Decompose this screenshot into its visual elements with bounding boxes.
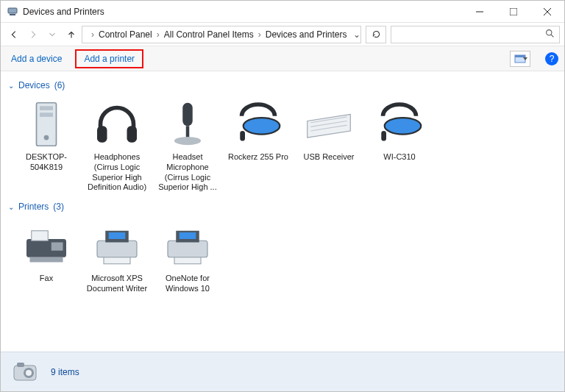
nav-row: › Control Panel › All Control Panel Item…: [1, 23, 564, 46]
breadcrumb-sep: ›: [90, 29, 96, 40]
chevron-down-icon: ⌄: [8, 203, 14, 211]
printer-label: OneNote for Windows 10: [154, 274, 221, 294]
help-glyph: ?: [550, 54, 555, 64]
content-area: ⌄ Devices (6) DESKTOP-504K819 Headphones…: [1, 71, 564, 352]
printer-xps[interactable]: Microsoft XPS Document Writer: [82, 215, 152, 299]
devices-grid: DESKTOP-504K819 Headphones (Cirrus Logic…: [7, 93, 558, 197]
address-dropdown[interactable]: ⌄: [350, 29, 363, 40]
bluetooth-headset-icon: [232, 98, 285, 151]
device-usb-receiver[interactable]: USB Receiver: [294, 93, 364, 197]
device-wi-c310[interactable]: WI-C310: [364, 93, 435, 197]
svg-rect-29: [109, 232, 126, 239]
svg-rect-15: [186, 126, 190, 138]
title-bar: Devices and Printers: [1, 1, 564, 23]
recent-button[interactable]: [43, 26, 61, 43]
svg-rect-22: [381, 131, 386, 141]
status-bar: 9 items: [1, 352, 564, 391]
view-options-button[interactable]: [510, 51, 530, 67]
minimize-button[interactable]: [463, 1, 497, 23]
svg-rect-31: [168, 240, 207, 257]
svg-point-11: [44, 135, 49, 140]
svg-point-5: [547, 29, 552, 35]
device-label: Headset Microphone (Cirrus Logic Superio…: [154, 152, 221, 193]
svg-rect-1: [10, 14, 15, 15]
svg-point-16: [174, 137, 201, 145]
breadcrumb-all-items[interactable]: All Control Panel Items: [163, 29, 255, 40]
device-label: Rockerz 255 Pro: [228, 152, 288, 163]
breadcrumb-control-panel[interactable]: Control Panel: [97, 29, 154, 40]
printer-label: Fax: [40, 274, 53, 284]
device-label: DESKTOP-504K819: [13, 152, 80, 173]
svg-rect-2: [510, 8, 517, 15]
group-count: (3): [53, 202, 64, 212]
svg-rect-33: [180, 232, 196, 239]
device-label: WI-C310: [383, 152, 415, 163]
svg-rect-30: [104, 257, 130, 264]
group-count: (6): [54, 80, 65, 90]
device-label: USB Receiver: [303, 152, 354, 163]
svg-rect-24: [32, 231, 49, 241]
add-device-link[interactable]: Add a device: [7, 51, 66, 67]
svg-rect-38: [17, 363, 24, 367]
app-icon: [7, 6, 18, 18]
help-button[interactable]: ?: [545, 52, 558, 65]
device-headphones[interactable]: Headphones (Cirrus Logic Superior High D…: [82, 93, 152, 197]
maximize-button[interactable]: [497, 1, 530, 23]
close-button[interactable]: [530, 1, 564, 23]
device-label: Headphones (Cirrus Logic Superior High D…: [83, 152, 151, 193]
svg-rect-10: [40, 113, 53, 117]
svg-rect-0: [8, 8, 17, 13]
back-button[interactable]: [5, 26, 23, 43]
refresh-button[interactable]: [366, 26, 386, 43]
breadcrumb-devices-printers[interactable]: Devices and Printers: [264, 29, 349, 40]
group-header-printers[interactable]: ⌄ Printers (3): [7, 197, 558, 215]
forward-button[interactable]: [24, 26, 42, 43]
svg-point-37: [26, 370, 32, 376]
printer-icon: [161, 219, 214, 272]
breadcrumb-sep: ›: [155, 29, 161, 40]
bluetooth-headset-icon: [373, 98, 426, 151]
device-desktop[interactable]: DESKTOP-504K819: [11, 93, 82, 197]
up-button[interactable]: [63, 26, 80, 43]
keyboard-icon: [302, 98, 355, 151]
command-bar: Add a device Add a printer ?: [1, 46, 564, 71]
svg-rect-12: [97, 126, 107, 143]
headphones-icon: [90, 98, 143, 151]
address-bar[interactable]: › Control Panel › All Control Panel Item…: [82, 26, 361, 43]
window-title: Devices and Printers: [23, 7, 104, 17]
item-count: 9 items: [51, 367, 79, 377]
device-headset-mic[interactable]: Headset Microphone (Cirrus Logic Superio…: [152, 93, 223, 197]
svg-rect-34: [174, 257, 201, 264]
svg-rect-19: [240, 131, 245, 141]
group-label: Devices: [18, 80, 50, 90]
svg-rect-26: [30, 257, 63, 263]
group-header-devices[interactable]: ⌄ Devices (6): [7, 76, 558, 93]
chevron-down-icon: ⌄: [8, 82, 14, 90]
status-icon: [11, 360, 40, 385]
printer-onenote[interactable]: OneNote for Windows 10: [152, 215, 223, 299]
group-label: Printers: [18, 202, 49, 212]
microphone-icon: [161, 98, 214, 151]
printer-fax[interactable]: Fax: [11, 215, 82, 299]
svg-rect-25: [51, 243, 63, 251]
svg-rect-13: [127, 126, 138, 143]
search-icon: [545, 29, 555, 40]
printers-grid: Fax Microsoft XPS Document Writer OneNot…: [7, 215, 558, 299]
svg-rect-14: [182, 103, 193, 126]
svg-rect-9: [40, 106, 53, 110]
desktop-tower-icon: [20, 98, 73, 151]
svg-rect-27: [97, 240, 137, 257]
breadcrumb-sep: ›: [257, 29, 263, 40]
add-printer-link[interactable]: Add a printer: [75, 49, 143, 68]
device-rockerz[interactable]: Rockerz 255 Pro: [223, 93, 294, 197]
printer-icon: [90, 219, 143, 272]
printer-label: Microsoft XPS Document Writer: [83, 274, 151, 294]
fax-icon: [20, 219, 73, 272]
search-box[interactable]: [391, 26, 560, 43]
